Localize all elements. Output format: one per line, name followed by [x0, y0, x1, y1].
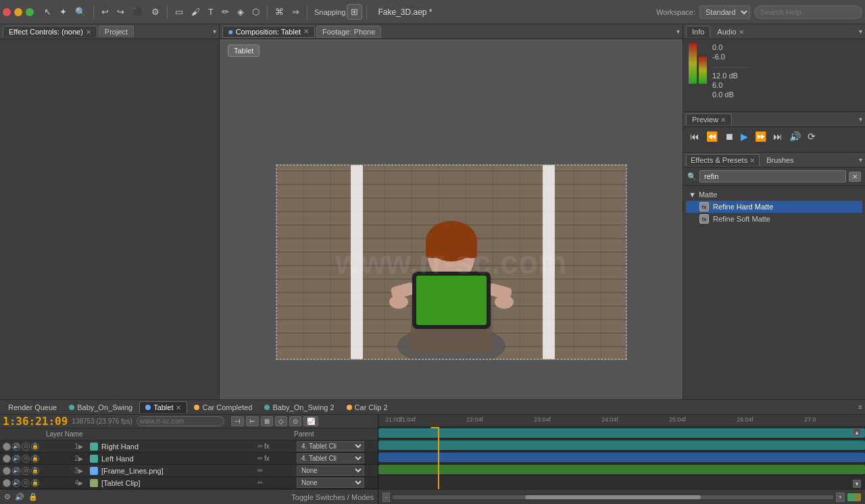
maximize-window-btn[interactable] [26, 8, 34, 16]
layer-4-lock-btn[interactable]: 🔒 [31, 479, 39, 487]
layer-4-expand-btn[interactable]: ▶ [78, 480, 88, 486]
audio-tab[interactable]: Audio ✕ [712, 26, 749, 37]
timeline-scroll-down-btn[interactable]: ▼ [853, 480, 861, 488]
layer-1-audio-btn[interactable]: 🔊 [12, 443, 20, 451]
timeline-zoom-in-btn[interactable]: + [836, 493, 845, 502]
project-tab[interactable]: Project [99, 26, 134, 37]
timeline-audio-btn[interactable]: 🔊 [15, 493, 24, 501]
layer-4-solo-btn[interactable]: ⊙ [22, 479, 30, 487]
preview-tab[interactable]: Preview ✕ [686, 114, 732, 125]
paint-btn[interactable]: 🖌 [188, 5, 203, 19]
car-completed-tab[interactable]: Car Completed [189, 402, 257, 413]
composition-tablet-tab[interactable]: ■ Composition: Tablet ✕ [222, 26, 315, 38]
pen-tool-btn[interactable]: ✦ [56, 5, 70, 19]
timeline-scroll-up-btn[interactable]: ▲ [853, 428, 861, 436]
roto-btn[interactable]: ⬡ [249, 5, 263, 19]
mask-btn[interactable]: ⌘ [272, 5, 287, 19]
redo-btn[interactable]: ↪ [114, 5, 128, 19]
timeline-panel-menu-btn[interactable]: ≡ [858, 403, 862, 411]
preview-panel-menu-btn[interactable]: ▾ [859, 116, 862, 123]
selection-tool-btn[interactable]: ↖ [41, 5, 55, 19]
time-remap-btn[interactable]: ⊠ [261, 416, 273, 426]
tablet-tab[interactable]: Tablet ✕ [139, 401, 187, 413]
timeline-settings-btn[interactable]: ⚙ [4, 493, 11, 501]
graph-editor-btn[interactable]: 📈 [303, 416, 318, 426]
layer-2-video-btn[interactable]: 👁 [3, 455, 11, 463]
tablet-tab-close[interactable]: ✕ [176, 404, 181, 411]
preview-loop-btn[interactable]: ⟳ [806, 130, 817, 143]
puppet-btn[interactable]: ◈ [234, 5, 247, 19]
in-point-btn[interactable]: ⊣ [231, 416, 244, 426]
out-point-btn[interactable]: ⊢ [246, 416, 259, 426]
timecode-display[interactable]: 1:36:21:09 [3, 415, 68, 428]
preview-play-btn[interactable]: ▶ [739, 130, 749, 143]
baby-on-swing-tab[interactable]: Baby_On_Swing [64, 402, 138, 413]
audio-tab-close[interactable]: ✕ [739, 28, 744, 36]
comp-panel-menu-btn[interactable]: ▾ [676, 28, 680, 35]
layer-4-audio-btn[interactable]: 🔊 [12, 479, 20, 487]
effect-controls-close[interactable]: ✕ [86, 28, 91, 36]
preview-audio-btn[interactable]: 🔊 [788, 130, 802, 143]
layer-1-solo-btn[interactable]: ⊙ [22, 443, 30, 451]
footage-phone-tab[interactable]: Footage: Phone [316, 26, 381, 38]
toggle-switches-label[interactable]: Toggle Switches / Modes [291, 493, 374, 501]
layer-3-solo-btn[interactable]: ⊙ [22, 467, 30, 475]
preview-tab-close[interactable]: ✕ [720, 116, 726, 124]
timeline-scroll-bar[interactable] [393, 495, 833, 499]
layer-2-parent-select[interactable]: 4. Tablet Cli [297, 453, 364, 463]
layer-1-lock-btn[interactable]: 🔒 [31, 443, 39, 451]
workspace-select[interactable]: Standard [699, 5, 750, 19]
baby-on-swing-2-tab[interactable]: Baby_On_Swing 2 [259, 402, 339, 413]
layer-2-solo-btn[interactable]: ⊙ [22, 455, 30, 463]
effects-presets-tab[interactable]: Effects & Presets ✕ [686, 154, 760, 166]
keyframe-btn[interactable]: ◇ [275, 416, 287, 426]
effects-clear-btn[interactable]: ✕ [849, 172, 861, 182]
layer-2-audio-btn[interactable]: 🔊 [12, 455, 20, 463]
effects-search-input[interactable] [699, 170, 846, 182]
settings-btn[interactable]: ⚙ [148, 5, 163, 19]
pencil-tool-btn[interactable]: ✏ [218, 5, 232, 19]
effects-panel-menu-btn[interactable]: ▾ [859, 156, 862, 163]
car-clip-2-tab[interactable]: Car Clip 2 [341, 402, 393, 413]
undo-btn[interactable]: ↩ [98, 5, 112, 19]
timeline-zoom-out-btn[interactable]: - [382, 493, 390, 502]
info-panel-menu-btn[interactable]: ▾ [859, 28, 862, 35]
layer-1-video-btn[interactable]: 👁 [3, 443, 11, 451]
preview-prev-frame-btn[interactable]: ⏪ [705, 130, 719, 143]
layer-4-parent-select[interactable]: None [297, 478, 364, 488]
refine-hard-matte-item[interactable]: fx Refine Hard Matte [686, 201, 862, 213]
text-tool-btn[interactable]: T [205, 5, 217, 19]
render-queue-tab[interactable]: Render Queue [3, 402, 62, 413]
left-panel-menu-btn[interactable]: ▾ [213, 28, 216, 35]
effects-close-btn[interactable]: ✕ [749, 157, 755, 164]
minimize-window-btn[interactable] [14, 8, 22, 16]
refine-soft-matte-item[interactable]: fx Refine Soft Matte [686, 213, 862, 225]
preview-last-btn[interactable]: ⏭ [772, 130, 784, 143]
info-tab[interactable]: Info [686, 26, 710, 37]
comp-name-tab[interactable]: Tablet [228, 45, 260, 57]
snapping-toggle[interactable]: ⊞ [347, 4, 362, 20]
render-btn[interactable]: ⬛ [129, 5, 147, 19]
layer-3-video-btn[interactable]: 👁 [3, 467, 11, 475]
layer-1-expand-btn[interactable]: ▶ [78, 443, 88, 450]
layer-search-input[interactable] [137, 416, 224, 426]
rect-tool-btn[interactable]: ▭ [172, 5, 187, 19]
layer-2-expand-btn[interactable]: ▶ [78, 455, 88, 462]
comp-tab-close[interactable]: ✕ [303, 28, 309, 35]
search-help-input[interactable] [754, 5, 862, 19]
preview-first-btn[interactable]: ⏮ [689, 130, 701, 143]
layer-4-video-btn[interactable]: 👁 [3, 479, 11, 487]
close-window-btn[interactable] [3, 8, 11, 16]
zoom-tool-btn[interactable]: 🔍 [72, 5, 89, 19]
layer-2-lock-btn[interactable]: 🔒 [31, 455, 39, 463]
layer-3-parent-select[interactable]: None [297, 465, 364, 476]
layer-1-parent-select[interactable]: 4. Tablet Cli [297, 441, 364, 451]
layer-3-expand-btn[interactable]: ▶ [78, 468, 88, 474]
motion-path-btn[interactable]: ⊙ [289, 416, 301, 426]
matte-group-header[interactable]: ▼ Matte [686, 188, 862, 201]
preview-stop-btn[interactable]: ⏹ [723, 130, 735, 143]
effect-controls-tab[interactable]: Effect Controls: (none) ✕ [3, 26, 97, 37]
layer-3-audio-btn[interactable]: 🔊 [12, 467, 20, 475]
layer-3-lock-btn[interactable]: 🔒 [31, 467, 39, 475]
motion-btn[interactable]: ⇒ [289, 5, 303, 19]
